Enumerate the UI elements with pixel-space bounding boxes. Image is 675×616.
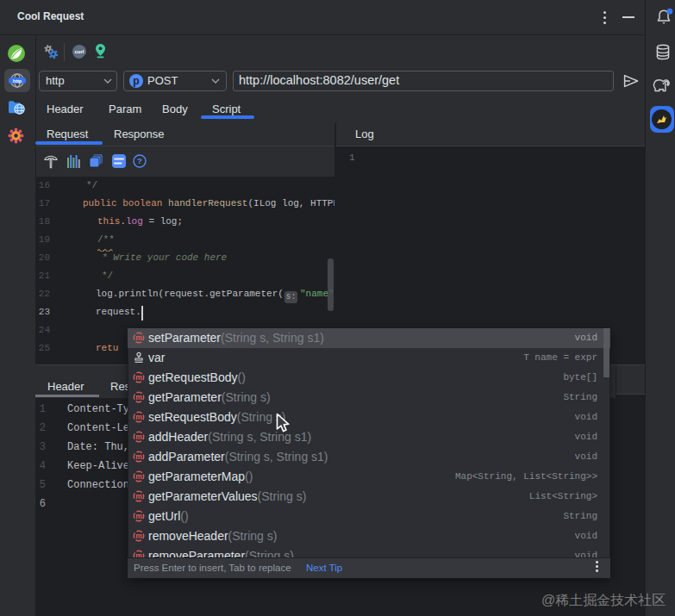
svg-text:m: m [135, 452, 142, 461]
svg-text:m: m [135, 432, 142, 441]
svg-text:m: m [135, 492, 142, 501]
svg-text:m: m [135, 472, 142, 481]
svg-text:m: m [135, 333, 142, 342]
svg-text:http: http [13, 78, 22, 84]
svg-text:?: ? [137, 156, 142, 165]
svg-text:m: m [135, 393, 142, 401]
svg-text:m: m [135, 532, 142, 540]
svg-text:m: m [135, 551, 142, 557]
svg-text:m: m [135, 512, 142, 520]
svg-text:m: m [135, 413, 142, 421]
svg-text:curl: curl [74, 49, 84, 54]
svg-text:m: m [135, 373, 142, 382]
